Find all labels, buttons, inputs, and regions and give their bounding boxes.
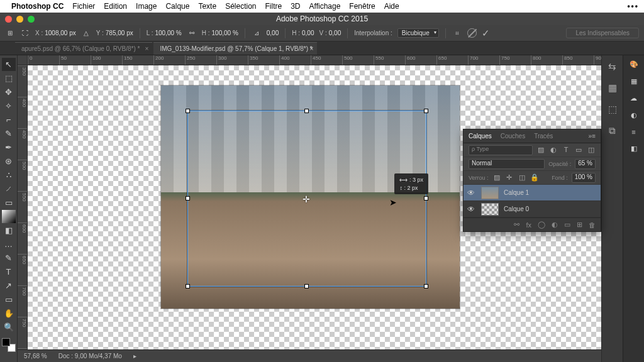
opacity-value[interactable]: 65 % [575,159,596,169]
document-image[interactable]: ✛ ⟷ : 3 px↕ : 2 px ➤ [161,85,460,309]
y-value[interactable]: 785,00 px [106,30,133,36]
lock-all-icon[interactable]: 🔒 [530,173,539,182]
visibility-icon[interactable]: 👁 [467,189,476,197]
handle-bot-left[interactable] [186,284,190,288]
lock-artboard-icon[interactable]: ◫ [518,173,526,182]
wand-tool-icon[interactable]: ✧ [2,99,16,112]
panel-menu-icon[interactable]: »≡ [589,133,596,140]
new-layer-icon[interactable]: ⊞ [577,221,582,229]
tab-traces[interactable]: Tracés [534,133,553,140]
handle-top-mid[interactable] [304,109,309,113]
layers-panel[interactable]: Calques Couches Tracés »≡ ρ Type ▨ ◐ T ▭… [463,129,601,232]
zoom-level[interactable]: 57,68 % [24,353,47,359]
overflow-icon[interactable]: ••• [627,2,639,11]
warp-icon[interactable]: ⌗ [452,28,462,38]
lock-pixels-icon[interactable]: ▨ [492,173,501,182]
menu-calque[interactable]: Calque [165,2,189,11]
eraser-tool-icon[interactable]: ▭ [2,196,16,209]
close-tab-icon[interactable]: × [145,45,149,52]
hand-tool-icon[interactable]: ✋ [2,307,16,320]
swap-xy-icon[interactable]: △ [81,28,91,38]
layer-name[interactable]: Calque 1 [504,189,529,196]
filter-type-icon[interactable]: T [562,146,570,155]
tab-calques[interactable]: Calques [469,133,492,140]
menu-fenetre[interactable]: Fenêtre [349,2,375,11]
doc-size[interactable]: 9,00 Mo/4,37 Mo [75,353,122,359]
layer-item-1[interactable]: 👁 Calque 0 [464,201,601,217]
menu-edition[interactable]: Edition [104,2,127,11]
cancel-transform-icon[interactable] [467,28,477,38]
cc-panel-icon[interactable]: ☁ [630,94,637,102]
visibility-icon[interactable]: 👁 [467,205,476,214]
commit-transform-icon[interactable]: ✓ [482,28,490,39]
x-value[interactable]: 1008,00 px [45,30,76,36]
ref-point-icon[interactable]: ⛶ [20,28,30,38]
swatches-icon[interactable] [2,338,16,352]
color-panel-icon[interactable]: 🎨 [630,60,638,69]
menu-image[interactable]: Image [136,2,157,11]
menu-fichier[interactable]: Fichier [72,2,95,11]
angle-value[interactable]: 0,00 [267,30,279,36]
lock-position-icon[interactable]: ✛ [505,173,514,182]
link-icon[interactable]: ⚯ [187,28,197,38]
swatches-panel-icon[interactable]: ▦ [606,82,619,94]
hskew-value[interactable]: 0,00 [302,30,314,36]
lasso-tool-icon[interactable]: ✥ [2,85,16,99]
workspace-dropdown[interactable]: Les Indispensables [566,28,639,38]
filter-smart-icon[interactable]: ◫ [587,146,596,155]
marquee-tool-icon[interactable]: ⬚ [2,72,16,85]
vskew-value[interactable]: 0,00 [329,30,341,36]
type-tool-icon[interactable]: T [2,265,16,278]
brush-tool-icon[interactable]: ⊛ [2,155,16,168]
h-value[interactable]: 100,00 % [212,30,238,36]
doc-tab-0[interactable]: apure5.psd @ 66,7% (Calque 0, RVB/8*) *× [15,42,152,55]
layer-name[interactable]: Calque 0 [504,206,529,212]
ruler-vertical[interactable]: 350400450500550600650700750800850900950 [18,65,28,362]
handle-top-right[interactable] [424,109,428,113]
blur-tool-icon[interactable]: ◧ [2,224,16,237]
link-layers-icon[interactable]: ⚯ [514,221,519,229]
ruler-horizontal[interactable]: 0501001502002503003504004505005506006507… [28,55,601,65]
layers-panel-icon[interactable]: ⧉ [606,124,619,137]
grid-panel-icon[interactable]: ▦ [631,77,637,85]
menu-texte[interactable]: Texte [198,2,216,11]
stamp-tool-icon[interactable]: ∴ [2,168,16,182]
properties-panel-icon[interactable]: ≡ [631,128,635,136]
fx-icon[interactable]: fx [526,221,531,229]
blend-mode-dropdown[interactable]: Normal [469,159,545,169]
handle-mid-left[interactable] [186,196,190,200]
history-panel-icon[interactable]: ⇆ [606,60,619,73]
history-brush-tool-icon[interactable]: ⟋ [2,182,16,195]
crop-tool-icon[interactable]: ⌐ [2,113,16,126]
app-name[interactable]: Photoshop CC [11,2,64,11]
w-value[interactable]: 100,00 % [155,30,181,36]
doc-tab-1[interactable]: IMG_0139-Modifier.psd @ 57,7% (Calque 1,… [153,42,317,55]
menu-3d[interactable]: 3D [291,2,300,11]
transform-ref-icon[interactable]: ⊞ [5,28,15,38]
transform-center-icon[interactable]: ✛ [303,194,311,203]
interpolation-dropdown[interactable]: Bicubique [397,28,439,38]
menu-aide[interactable]: Aide [384,2,399,11]
filter-image-icon[interactable]: ▨ [536,146,545,155]
layer-filter-input[interactable]: ρ Type [469,145,533,155]
delete-layer-icon[interactable]: 🗑 [589,221,596,229]
ruler-origin[interactable] [18,55,28,65]
path-select-tool-icon[interactable]: ↗ [2,279,16,292]
handle-top-left[interactable] [186,109,190,113]
handle-bot-mid[interactable] [304,284,309,288]
menu-selection[interactable]: Sélection [225,2,256,11]
close-tab-icon[interactable]: × [310,45,314,52]
adjustment-icon[interactable]: ◐ [552,221,558,229]
layer-thumbnail[interactable] [481,203,499,216]
healing-tool-icon[interactable]: ✒ [2,141,16,154]
layer-item-0[interactable]: 👁 Calque 1 [464,185,601,201]
dodge-tool-icon[interactable]: … [2,238,16,251]
gradient-tool-icon[interactable] [2,210,16,223]
menu-filtre[interactable]: Filtre [265,2,282,11]
adjustments-panel-icon[interactable]: ◐ [631,111,637,119]
move-tool-icon[interactable]: ↖ [2,58,16,71]
layer-thumbnail[interactable] [481,187,499,199]
mask-icon[interactable]: ◯ [538,221,545,229]
handle-bot-right[interactable] [424,284,428,288]
handle-mid-right[interactable] [424,196,428,200]
